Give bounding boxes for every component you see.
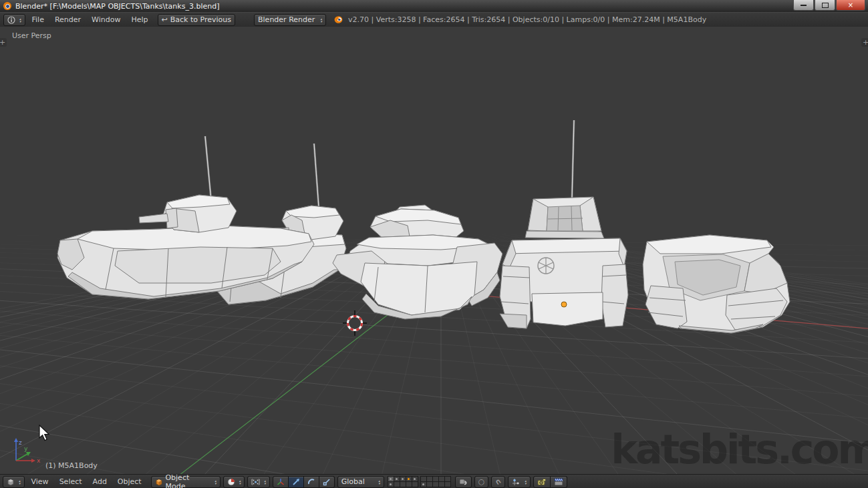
info-icon [7, 16, 15, 24]
back-icon: ↩ [162, 15, 168, 24]
window-title: Blender* [F:\Models\MAP OBJECTS\Tanks\ta… [15, 2, 219, 11]
render-buttons [533, 476, 567, 488]
dropdown-arrows: ▴▾ [19, 17, 21, 23]
menu-select[interactable]: Select [54, 477, 88, 486]
tank-1[interactable] [57, 136, 314, 299]
region-expand-left[interactable]: + [0, 38, 7, 47]
manipulator-toggle-button[interactable] [273, 476, 289, 488]
scale-manipulator-button[interactable] [319, 476, 335, 488]
render-animation-button[interactable] [551, 476, 567, 488]
layer-cell[interactable] [412, 481, 418, 487]
blender-logo-icon [334, 15, 343, 24]
window-controls: × [792, 0, 868, 12]
viewport-editor-icon [7, 478, 15, 486]
object-mode-icon [155, 478, 163, 486]
title-bar: Blender* [F:\Models\MAP OBJECTS\Tanks\ta… [0, 0, 868, 13]
pivot-icon [251, 478, 260, 486]
dropdown-arrows: ▴▾ [525, 479, 527, 485]
menu-window[interactable]: Window [86, 15, 126, 24]
layer-cell[interactable] [444, 481, 451, 487]
dropdown-arrows: ▴▾ [378, 479, 380, 485]
manipulator-axes-icon [277, 478, 285, 486]
translate-manipulator-button[interactable] [289, 476, 304, 488]
viewport-3d[interactable]: z y x User Persp (1) M5A1Body + + katsbi… [0, 27, 868, 474]
scene-statistics: v2.70 | Verts:3258 | Faces:2654 | Tris:2… [348, 15, 706, 24]
menu-add[interactable]: Add [88, 477, 112, 486]
rotate-arc-icon [307, 478, 315, 486]
manipulator-buttons [273, 476, 335, 488]
viewport-shading-dropdown[interactable]: ▴▾ [223, 476, 245, 488]
snap-element-dropdown[interactable]: ▴▾ [508, 476, 531, 488]
editor-type-dropdown[interactable]: ▴▾ [3, 14, 25, 26]
pivot-point-dropdown[interactable]: ▴▾ [247, 476, 270, 488]
magnet-icon: ∩ [493, 477, 503, 487]
blender-app-icon [3, 2, 11, 10]
minimize-button[interactable] [793, 0, 814, 11]
transform-orientation-dropdown[interactable]: Global ▴▾ [337, 476, 384, 488]
render-engine-dropdown[interactable]: Blender Render ▴▾ [254, 14, 326, 26]
maximize-button[interactable] [815, 0, 835, 11]
translate-arrow-icon [292, 478, 300, 486]
menu-help[interactable]: Help [126, 15, 153, 24]
mode-dropdown[interactable]: Object Mode ▴▾ [151, 476, 221, 488]
axis-gizmo: z y x [14, 438, 41, 464]
3d-cursor[interactable] [343, 310, 367, 336]
lock-to-scene-button[interactable] [455, 476, 472, 488]
editor-type-dropdown[interactable]: ▴▾ [3, 476, 25, 488]
menu-render[interactable]: Render [49, 15, 86, 24]
mouse-cursor [38, 425, 51, 442]
axis-x-label: x [37, 457, 41, 464]
scale-icon [323, 478, 331, 486]
camera-icon [537, 478, 547, 486]
dropdown-arrows: ▴▾ [19, 479, 21, 485]
axis-y-label: y [24, 445, 28, 452]
dropdown-arrows: ▴▾ [321, 17, 323, 23]
region-expand-right[interactable]: + [861, 38, 868, 47]
proportional-circle-icon: ○ [478, 477, 485, 486]
menu-view[interactable]: View [26, 477, 54, 486]
tank-5[interactable] [643, 235, 790, 333]
layers-group-1[interactable] [388, 477, 418, 487]
snap-increment-icon [512, 478, 521, 486]
viewport-canvas: z y x [0, 27, 868, 474]
close-button[interactable]: × [836, 0, 865, 11]
dropdown-arrows: ▴▾ [239, 479, 241, 485]
object-origin-dot [561, 302, 567, 307]
info-header: ▴▾ File Render Window Help ↩ Back to Pre… [0, 12, 868, 27]
clapperboard-icon [554, 478, 563, 486]
menu-file[interactable]: File [27, 15, 49, 24]
view-name-label: User Persp [12, 31, 51, 40]
tank-4[interactable] [500, 120, 628, 328]
dropdown-arrows: ▴▾ [264, 479, 266, 485]
render-image-button[interactable] [533, 476, 551, 488]
layers-group-2[interactable] [421, 477, 451, 487]
viewport-header: ▴▾ View Select Add Object Object Mode ▴▾… [0, 474, 868, 488]
dropdown-arrows: ▴▾ [214, 479, 216, 485]
proportional-edit-dropdown[interactable]: ○ [474, 476, 489, 488]
back-to-previous-button[interactable]: ↩ Back to Previous [158, 14, 235, 26]
layers-widget [388, 477, 451, 487]
menu-object[interactable]: Object [112, 477, 147, 486]
shading-sphere-icon [227, 478, 235, 486]
active-object-label: (1) M5A1Body [45, 461, 98, 470]
watermark: katsbits.com [611, 426, 868, 473]
scene-lock-icon [459, 478, 468, 486]
snap-toggle-button[interactable]: ∩ [491, 476, 505, 488]
rotate-manipulator-button[interactable] [304, 476, 319, 488]
axis-z-label: z [19, 439, 22, 446]
